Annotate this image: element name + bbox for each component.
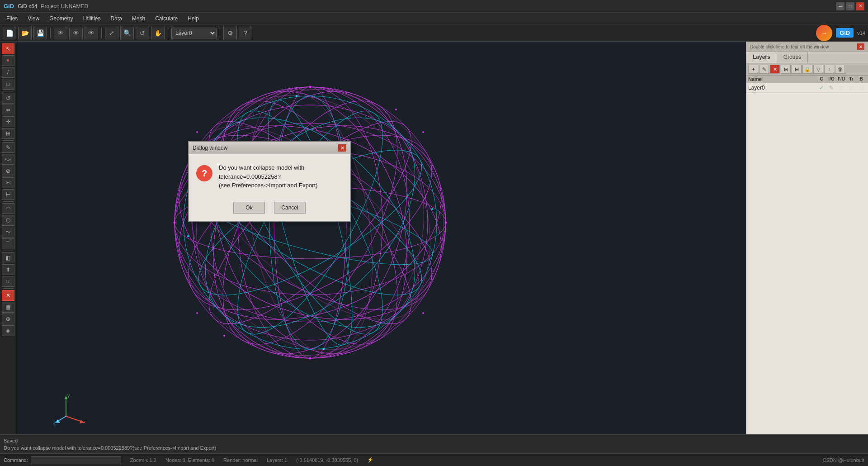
filter-button[interactable]: ▽ [813,65,823,74]
gid-logo: GiD [836,28,854,38]
view2-button[interactable]: 👁 [69,27,83,39]
col-c: C [816,76,826,82]
sep1 [50,28,51,38]
label-tool[interactable]: •E• [2,154,14,165]
more-tool-1[interactable]: ⊕ [2,314,14,324]
duplicate-layer-button[interactable]: ⊞ [781,65,791,74]
svg-point-42 [196,131,198,133]
menu-data[interactable]: Data [106,14,127,23]
fillet-tool[interactable]: ⌒ [2,238,14,249]
spline-tool[interactable]: 〜 [2,227,14,238]
boolean-tool[interactable]: ∪ [2,276,14,287]
sep4 [220,28,220,38]
square-tool[interactable]: □ [2,79,14,90]
col-tr: Tr [846,76,856,82]
menu-help[interactable]: Help [183,14,203,23]
line-tool[interactable]: / [2,67,14,78]
delete-tool[interactable]: ✕ [2,290,14,301]
dialog-message: Do you want collapse model with toleranc… [219,163,343,190]
menu-calculate[interactable]: Calculate [151,14,182,23]
version-tag: v14 [857,30,865,36]
arrow-logo[interactable]: → [816,25,832,41]
rotate-btn[interactable]: ↺ [136,27,149,39]
new-button[interactable]: 📄 [3,27,16,39]
minimize-button[interactable]: ─ [836,2,844,10]
menu-utilities[interactable]: Utilities [79,14,105,23]
polygon-tool[interactable]: ⬡ [2,215,14,226]
rename-layer-button[interactable]: ✎ [759,65,769,74]
col-io: I/O [826,76,836,82]
merge-layer-button[interactable]: ⊟ [792,65,802,74]
panel-close-button[interactable]: ✕ [857,43,864,50]
layer-list: Layer0 ✓ ✎ □ □ □ [746,83,868,434]
svg-line-52 [66,416,82,422]
dialog-window: Dialog window ✕ ? Do you want collapse m… [188,141,351,222]
lightning-icon: ⚡ [367,457,373,463]
menu-files[interactable]: Files [2,14,22,23]
svg-point-46 [187,235,189,237]
copy-tool[interactable]: ⊞ [2,128,14,139]
svg-text:y: y [67,393,70,398]
status-line-2: Do you want collapse model with toleranc… [0,444,868,452]
layer-select[interactable]: Layer0 [171,28,217,38]
extrude-tool[interactable]: ⬆ [2,264,14,275]
new-layer-button[interactable]: ✦ [748,65,758,74]
zoom-stat: Zoom: x 1.3 [130,457,156,463]
layer-io-icon: ✎ [826,85,836,91]
viewport[interactable]: y x z Dialog window ✕ ? Do you want coll… [16,42,746,434]
delete-all-button[interactable]: 🗑 [835,65,845,74]
view3-button[interactable]: 👁 [85,27,98,39]
menu-view[interactable]: View [23,14,44,23]
svg-point-39 [422,131,424,133]
dialog-icon: ? [196,165,212,181]
command-label: Command: [4,457,28,463]
rotate-tool[interactable]: ↺ [2,93,14,104]
menubar: Files View Geometry Utilities Data Mesh … [0,13,868,24]
help-button[interactable]: ? [239,27,252,39]
tab-layers[interactable]: Layers [746,52,777,63]
csdn-label: CSDN @Hulunbuir [823,457,864,463]
ok-button[interactable]: Ok [233,202,265,214]
delete-layer-button[interactable]: ✕ [770,65,780,74]
zoom-button[interactable]: 🔍 [120,27,134,39]
point-tool[interactable]: • [2,55,14,66]
svg-point-47 [323,348,325,350]
menu-mesh[interactable]: Mesh [127,14,150,23]
svg-text:x: x [83,419,86,424]
main-layout: ↖ • / □ ↺ ⇔ ✛ ⊞ ✎ •E• ⊘ ✂ ⊢ ◠ ⬡ 〜 ⌒ ◧ ⬆ … [0,42,868,434]
trim-tool[interactable]: ✂ [2,177,14,188]
up-button[interactable]: ↑ [824,65,834,74]
panel-header-text: Double click here to tear off the window [750,44,829,49]
mesh-tool[interactable]: ▦ [2,302,14,313]
surface-tool[interactable]: ◧ [2,252,14,263]
move-tool[interactable]: ✛ [2,116,14,127]
tab-groups[interactable]: Groups [777,52,808,63]
lock-layer-button[interactable]: 🔒 [802,65,812,74]
mirror-tool[interactable]: ⇔ [2,105,14,115]
menu-geometry[interactable]: Geometry [45,14,78,23]
select-tool[interactable]: ↖ [2,43,14,54]
app-icon: GiD [4,3,14,10]
extend-tool[interactable]: ⊢ [2,189,14,200]
view1-button[interactable]: 👁 [54,27,67,39]
settings-button[interactable]: ⚙ [223,27,237,39]
layer-name: Layer0 [748,85,816,91]
save-button[interactable]: 💾 [33,27,47,39]
maximize-button[interactable]: □ [846,2,854,10]
lt-sep3 [3,201,14,202]
dialog-titlebar: Dialog window ✕ [189,142,350,154]
cancel-button[interactable]: Cancel [274,202,306,214]
right-panel: Double click here to tear off the window… [746,42,868,434]
dialog-close-button[interactable]: ✕ [338,144,346,152]
pan-btn[interactable]: ✋ [151,27,165,39]
pencil-tool[interactable]: ✎ [2,142,14,153]
layer-row[interactable]: Layer0 ✓ ✎ □ □ □ [746,83,868,93]
command-field[interactable] [31,456,121,464]
more-tool-2[interactable]: ◈ [2,325,14,336]
open-button[interactable]: 📂 [18,27,32,39]
close-button[interactable]: ✕ [856,2,864,10]
eraser-tool[interactable]: ⊘ [2,166,14,176]
arc-tool[interactable]: ◠ [2,203,14,214]
fit-button[interactable]: ⤢ [105,27,118,39]
bottom-bar: Command: Zoom: x 1.3 Nodes: 0, Elements:… [0,453,868,466]
